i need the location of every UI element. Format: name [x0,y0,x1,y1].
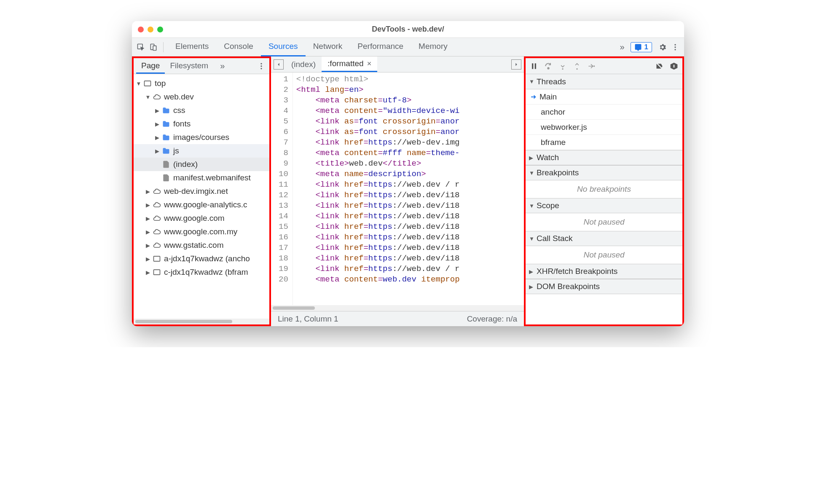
section-header-breakpoints[interactable]: ▼Breakpoints [526,165,682,180]
pause-icon[interactable] [528,60,540,72]
step-out-icon[interactable] [571,60,583,72]
step-icon[interactable] [585,60,597,72]
issues-badge[interactable]: 1 [631,42,652,52]
tree-item[interactable]: ▼top [134,77,269,90]
titlebar: DevTools - web.dev/ [132,21,684,38]
navigator-hscrollbar[interactable] [134,319,269,324]
tree-item[interactable]: ▶js [134,144,269,158]
chevron-right-icon[interactable]: ▶ [145,215,151,222]
file-tree[interactable]: ▼top▼web.dev▶css▶fonts▶images/courses▶js… [134,74,269,319]
editor-tabs: (index):formatted× [271,56,524,72]
chevron-right-icon[interactable]: ▶ [154,148,161,154]
tree-item[interactable]: ▼web.dev [134,90,269,104]
tree-item[interactable]: ▶css [134,104,269,117]
more-menu-dots-icon[interactable] [670,42,681,53]
panel-tab-console[interactable]: Console [216,38,261,56]
section-header-scope[interactable]: ▼Scope [526,198,682,213]
chevron-right-icon[interactable]: ▶ [145,229,151,235]
section-title: Call Stack [537,234,573,243]
svg-point-3 [674,44,676,45]
svg-point-14 [548,67,549,69]
editor-tab[interactable]: (index) [285,56,322,72]
thread-item[interactable]: ➜Main [526,89,682,105]
section-body: No breakpoints [526,180,682,198]
panel-tab-sources[interactable]: Sources [261,38,306,56]
code-content[interactable]: <!doctype html><html lang=en> <meta char… [293,72,524,305]
tree-item[interactable]: ▶www.google.com.my [134,225,269,239]
deactivate-breakpoints-icon[interactable] [654,60,666,72]
step-into-icon[interactable] [557,60,569,72]
svg-point-8 [260,68,262,69]
cloud-icon [152,227,161,236]
section-header-call-stack[interactable]: ▼Call Stack [526,231,682,246]
thread-item[interactable]: webworker.js [526,120,682,135]
chevron-down-icon[interactable]: ▼ [135,80,142,87]
tree-item[interactable]: manifest.webmanifest [134,171,269,185]
section-header-watch[interactable]: ▶Watch [526,150,682,165]
chevron-right-icon: ▶ [529,155,535,161]
chevron-right-icon[interactable]: ▶ [154,134,161,141]
chevron-right-icon: ▶ [529,284,535,290]
tree-item[interactable]: ▶fonts [134,117,269,131]
tree-item-label: fonts [173,119,191,129]
settings-gear-icon[interactable] [657,42,668,53]
inspect-element-icon[interactable] [135,42,146,53]
navigator-tab-filesystem[interactable]: Filesystem [165,58,213,74]
section-header-xhr-fetch-breakpoints[interactable]: ▶XHR/fetch Breakpoints [526,264,682,279]
section-header-dom-breakpoints[interactable]: ▶DOM Breakpoints [526,279,682,294]
chevron-right-icon[interactable]: ▶ [145,256,151,262]
tree-item[interactable]: ▶www.google.com [134,212,269,225]
panel-tab-memory[interactable]: Memory [411,38,455,56]
chevron-right-icon[interactable]: ▶ [154,121,161,127]
editor-next-icon[interactable] [511,59,521,70]
panel-tab-performance[interactable]: Performance [350,38,411,56]
line-gutter: 1234567891011121314151617181920 [271,72,293,305]
panel-tab-network[interactable]: Network [306,38,350,56]
chevron-right-icon[interactable]: ▶ [145,269,151,276]
tree-item-label: top [155,79,166,88]
navigator-menu-dots-icon[interactable] [256,61,267,72]
svg-rect-12 [532,63,533,69]
main-content: PageFilesystem » ▼top▼web.dev▶css▶fonts▶… [132,56,684,326]
tree-item[interactable]: (index) [134,158,269,171]
navigator-more-chevron-icon[interactable]: » [216,61,229,71]
chevron-down-icon: ▼ [529,78,535,85]
folder-icon [161,146,171,155]
tree-item-label: www.google.com.my [164,227,237,236]
more-tabs-chevron-icon[interactable]: » [615,42,628,52]
thread-item[interactable]: bframe [526,135,682,150]
frame-icon [143,79,152,88]
tree-item[interactable]: ▶a-jdx1q7kwadwz (ancho [134,252,269,265]
section-header-threads[interactable]: ▼Threads [526,74,682,89]
tree-item-label: js [173,146,179,155]
close-tab-icon[interactable]: × [367,59,372,68]
step-over-icon[interactable] [542,60,554,72]
section-title: Watch [537,153,559,162]
folder-icon [161,119,171,129]
chevron-right-icon[interactable]: ▶ [154,107,161,114]
section-title: Threads [537,77,566,86]
panel-tab-elements[interactable]: Elements [168,38,216,56]
tree-item[interactable]: ▶www.google-analytics.c [134,198,269,212]
editor-prev-icon[interactable] [274,59,284,70]
navigator-tab-page[interactable]: Page [136,58,165,74]
chevron-right-icon[interactable]: ▶ [145,188,151,195]
code-editor[interactable]: 1234567891011121314151617181920 <!doctyp… [271,72,524,305]
tree-item-label: c-jdx1q7kwadwz (bfram [164,268,248,277]
tree-item[interactable]: ▶c-jdx1q7kwadwz (bfram [134,265,269,279]
cloud-icon [152,92,161,102]
thread-item[interactable]: anchor [526,105,682,120]
svg-point-6 [260,63,262,64]
device-toolbar-icon[interactable] [148,42,159,53]
chevron-down-icon[interactable]: ▼ [145,94,151,100]
tree-item-label: images/courses [173,133,229,142]
pause-on-exceptions-icon[interactable] [668,60,680,72]
editor-hscrollbar[interactable] [271,305,524,311]
tree-item[interactable]: ▶images/courses [134,131,269,144]
devtools-window: DevTools - web.dev/ ElementsConsoleSourc… [132,21,684,326]
editor-tab[interactable]: :formatted× [322,56,377,72]
tree-item[interactable]: ▶web-dev.imgix.net [134,185,269,198]
chevron-right-icon[interactable]: ▶ [145,202,151,208]
chevron-right-icon[interactable]: ▶ [145,242,151,249]
tree-item[interactable]: ▶www.gstatic.com [134,239,269,252]
